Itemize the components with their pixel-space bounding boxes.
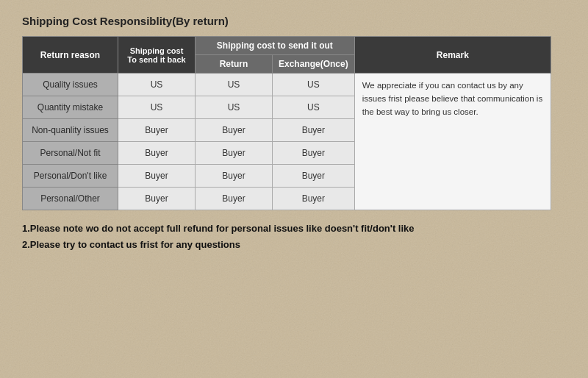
row-return-val: Buyer bbox=[196, 142, 273, 165]
row-reason: Quantity mistake bbox=[23, 96, 118, 119]
row-send-back: Buyer bbox=[118, 165, 196, 188]
row-reason: Personal/Other bbox=[23, 188, 118, 210]
shipping-table: Return reason Shipping cost To send it b… bbox=[22, 36, 551, 210]
row-send-back: US bbox=[118, 96, 196, 119]
row-send-back: Buyer bbox=[118, 188, 196, 210]
col-exchange: Exchange(Once) bbox=[273, 55, 355, 74]
notes-section: 1.Please note wo do not accept full refu… bbox=[22, 221, 566, 253]
row-reason: Personal/Not fit bbox=[23, 142, 118, 165]
row-exchange-val: Buyer bbox=[273, 188, 355, 210]
row-exchange-val: Buyer bbox=[273, 142, 355, 165]
note-2: 2.Please try to contact us frist for any… bbox=[22, 237, 566, 253]
row-return-val: Buyer bbox=[196, 119, 273, 142]
col-remark: Remark bbox=[354, 37, 551, 74]
row-reason: Quality issues bbox=[23, 74, 118, 96]
row-reason: Non-quanlity issues bbox=[23, 119, 118, 142]
row-send-back: US bbox=[118, 74, 196, 96]
row-exchange-val: Buyer bbox=[273, 165, 355, 188]
col-return-reason: Return reason bbox=[23, 37, 118, 74]
page-title: Shipping Cost Responsiblity(By return) bbox=[22, 15, 566, 27]
col-return: Return bbox=[196, 55, 273, 74]
row-reason: Personal/Don't like bbox=[23, 165, 118, 188]
row-exchange-val: US bbox=[273, 74, 355, 96]
row-exchange-val: US bbox=[273, 96, 355, 119]
row-exchange-val: Buyer bbox=[273, 119, 355, 142]
row-return-val: US bbox=[196, 74, 273, 96]
col-shipping-send-back: Shipping cost To send it back bbox=[118, 37, 196, 74]
row-return-val: US bbox=[196, 96, 273, 119]
row-send-back: Buyer bbox=[118, 119, 196, 142]
col-shipping-send-out: Shipping cost to send it out bbox=[196, 37, 355, 55]
row-send-back: Buyer bbox=[118, 142, 196, 165]
note-1: 1.Please note wo do not accept full refu… bbox=[22, 221, 566, 237]
page-wrapper: Shipping Cost Responsiblity(By return) R… bbox=[0, 0, 588, 378]
remark-cell: We appreciate if you can contact us by a… bbox=[354, 74, 551, 210]
row-return-val: Buyer bbox=[196, 188, 273, 210]
row-return-val: Buyer bbox=[196, 165, 273, 188]
